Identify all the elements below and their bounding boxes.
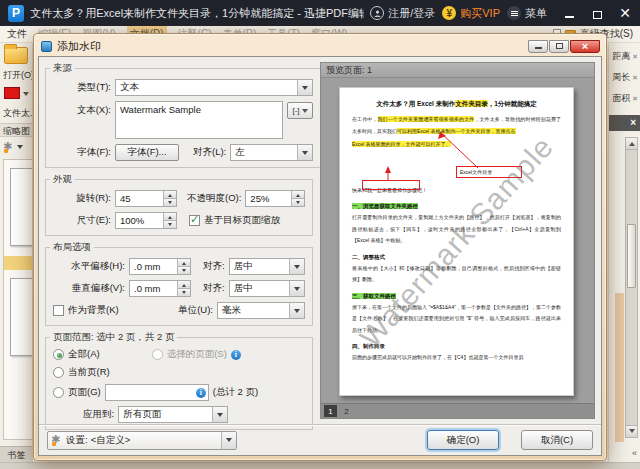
dialog-footer: 设置: <自定义> 确定(O) 取消(C)	[39, 424, 601, 455]
tool-area[interactable]: 面积✕	[608, 88, 640, 109]
bookmarks-tab[interactable]: 书签	[0, 446, 33, 462]
scale-to-page-label: 基于目标页面缩放	[204, 214, 280, 227]
user-icon	[370, 6, 384, 20]
selected-pages-label: 选择的页面(S)	[167, 348, 227, 361]
settings-select[interactable]: 设置: <自定义>	[47, 431, 237, 450]
window-maximize-button[interactable]	[590, 6, 604, 20]
h-align-select[interactable]: 居中	[229, 258, 305, 275]
type-label: 类型(T):	[53, 81, 111, 94]
open-button[interactable]: 打开(O)...	[3, 69, 33, 82]
current-page-label: 当前页(R)	[68, 366, 110, 379]
chevron-down-icon[interactable]	[23, 92, 29, 99]
page-range-field[interactable]	[106, 385, 196, 400]
login-label: 注册/登录	[388, 6, 435, 21]
pages-label: 页面(G)	[68, 386, 101, 399]
page-range-legend: 页面范围: 选中 2 页，共 2 页	[50, 331, 177, 344]
menu-label: 菜单	[525, 6, 547, 21]
dialog-restore-button[interactable]	[549, 40, 569, 53]
chevron-down-icon	[221, 432, 236, 449]
doc-heading: 三、获取文件路径	[352, 293, 561, 300]
watermark-text-input[interactable]: Watermark Sample	[115, 101, 283, 139]
chevron-down-icon	[289, 303, 304, 318]
type-select[interactable]: 文本	[115, 79, 313, 96]
appearance-group: 外观 旋转(R): 45 不透明度(O): 25%	[45, 173, 313, 236]
preview-page-2-button[interactable]: 2	[340, 405, 353, 417]
layout-group: 布局选项 水平偏移(H): .0 mm 对齐: 居中	[45, 241, 313, 326]
spinner-arrows[interactable]	[291, 191, 304, 206]
thumbnail-highlight	[4, 256, 33, 270]
ok-button[interactable]: 确定(O)	[427, 430, 499, 450]
size-spinner[interactable]: 100%	[115, 212, 177, 229]
document-tab[interactable]: 文件太...	[3, 107, 33, 120]
vertical-scrollbar[interactable]	[625, 137, 638, 438]
opacity-spinner[interactable]: 25%	[245, 190, 305, 207]
preview-panel: 预览页面: 1 文件太多？用 Excel 来制作文件夹目录，1分钟就能搞定在工作…	[320, 62, 595, 419]
menu-button[interactable]: 菜单	[507, 6, 547, 21]
dialog-minimize-button[interactable]	[528, 40, 548, 53]
window-minimize-button[interactable]	[562, 6, 576, 20]
chevron-down-icon	[297, 80, 312, 95]
login-button[interactable]: 注册/登录	[370, 6, 435, 21]
open-folder-icon[interactable]	[4, 47, 28, 64]
chevron-down-icon	[297, 145, 312, 160]
thumbnails-panel[interactable]	[3, 159, 33, 440]
cancel-button[interactable]: 取消(C)	[521, 430, 593, 450]
tool-marker-icon: ✕	[632, 95, 638, 103]
dialog-icon	[41, 41, 52, 52]
doc-heading: 二、调整格式	[352, 254, 561, 261]
spinner-arrows[interactable]	[177, 281, 190, 296]
collapse-chevrons-icon[interactable]: «	[632, 448, 637, 458]
buy-vip-button[interactable]: ¥ 购买VIP	[442, 6, 500, 21]
h-offset-label: 水平偏移(H):	[53, 260, 125, 273]
v-align-select[interactable]: 居中	[229, 280, 305, 297]
pages-radio[interactable]	[53, 387, 64, 398]
tool-distance[interactable]: 距离✕	[608, 46, 640, 67]
dialog-close-button[interactable]: ×	[570, 40, 600, 53]
scrollbar-thumb[interactable]	[627, 224, 636, 288]
chevron-down-icon	[289, 259, 304, 274]
tool-perimeter[interactable]: 周长✕	[608, 67, 640, 88]
page-range-input[interactable]: i	[105, 384, 209, 401]
scroll-down-button[interactable]	[626, 425, 637, 437]
add-watermark-dialog: 添加水印 × 来源 类型(T): 文本	[33, 33, 607, 461]
all-pages-radio[interactable]	[53, 349, 64, 360]
scroll-up-button[interactable]	[626, 138, 637, 150]
page-thumbnail[interactable]	[10, 168, 33, 246]
appearance-legend: 外观	[50, 173, 75, 186]
preview-page-1-button[interactable]: 1	[324, 405, 337, 417]
chevron-down-icon	[212, 407, 227, 422]
unit-label: 单位(U):	[178, 304, 213, 317]
apply-to-select[interactable]: 所有页面	[118, 406, 228, 423]
align-select[interactable]: 左	[230, 144, 313, 161]
as-background-checkbox[interactable]	[53, 305, 64, 316]
doc-spacer	[352, 153, 561, 183]
screen: P 文件太多？用Excel来制作文件夹目录，1分钟就能搞定 - 迅捷PDF编辑器…	[0, 0, 640, 469]
chevron-down-icon	[17, 145, 23, 152]
h-offset-spinner[interactable]: .0 mm	[129, 258, 191, 275]
selected-pages-radio[interactable]	[152, 349, 163, 360]
source-group: 来源 类型(T): 文本 文本(X): Watermark Sample	[45, 62, 321, 168]
window-close-button[interactable]: ✕	[618, 6, 632, 20]
settings-label: 设置:	[66, 434, 88, 447]
spinner-arrows[interactable]	[163, 191, 176, 206]
doc-para: 前面的步骤完成后就可以开始制作目录了，在【C4】也就是第一个文件目录后	[352, 352, 561, 364]
doc-para: 将表格中的【大小】和【修改日期】等都删除，自己调整好格式，然后找到区域中的【超链…	[352, 263, 561, 286]
doc-heading: 四、制作目录	[352, 343, 561, 350]
dialog-titlebar[interactable]: 添加水印 ×	[34, 34, 606, 56]
unit-select[interactable]: 毫米	[217, 302, 305, 319]
menu-file[interactable]: 文件	[7, 27, 27, 41]
panel-close-button[interactable]: ×	[630, 118, 636, 128]
doc-para: 在工作中，我们一个文件夹里面通常有很多很多的文件，文件太多，导致找的时候特别花费…	[352, 114, 561, 137]
current-page-radio[interactable]	[53, 367, 64, 378]
gear-icon[interactable]	[3, 141, 15, 153]
spinner-arrows[interactable]	[177, 259, 190, 274]
page-thumbnail[interactable]	[10, 278, 33, 356]
scale-to-page-checkbox[interactable]	[189, 215, 200, 226]
font-button[interactable]: 字体(F)...	[115, 144, 179, 161]
color-swatch[interactable]	[4, 87, 20, 99]
macro-insert-button[interactable]: [-]	[287, 102, 313, 119]
rotate-spinner[interactable]: 45	[115, 190, 177, 207]
v-offset-spinner[interactable]: .0 mm	[129, 280, 191, 297]
spinner-arrows[interactable]	[163, 213, 176, 228]
watermark-form: 来源 类型(T): 文本 文本(X): Watermark Sample	[45, 62, 313, 424]
